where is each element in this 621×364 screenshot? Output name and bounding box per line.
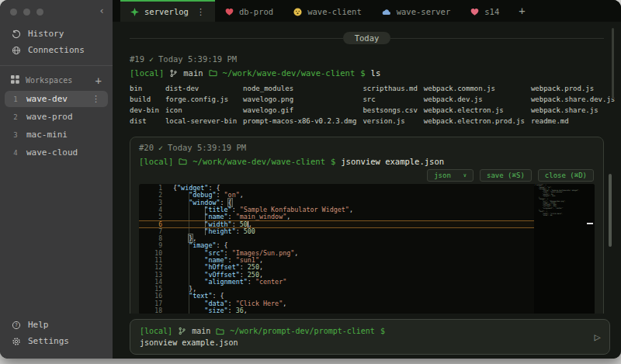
close-button[interactable]: close (⌘D) — [538, 169, 594, 182]
line-number: 17 — [139, 300, 162, 307]
remote-host: [local] — [139, 156, 173, 167]
zoom-window-button[interactable] — [36, 9, 43, 16]
prompt-line: [local] ~/work/wave-dev/wave-client $ js… — [139, 156, 595, 167]
block-timestamp: Today 5:39:19 PM — [168, 143, 246, 153]
svg-text:?: ? — [15, 322, 18, 328]
command-text: ls — [371, 68, 381, 78]
code-token: "size" — [204, 307, 227, 314]
workspace-label: wave-dev — [26, 94, 68, 104]
input-prompt-line: [local] main ~/work/prompt-dev/prompt-cl… — [140, 326, 583, 336]
command-text: jsonview example.json — [341, 156, 444, 167]
tab-db-prod[interactable]: db-prod — [215, 0, 283, 22]
main-area: serverlog⋮db-prodwave-clientwave-servers… — [113, 0, 621, 359]
git-branch-icon — [178, 327, 186, 335]
file-name: node_modules — [243, 83, 356, 94]
json-code-editor[interactable]: 1{"widget": {2 "debug": "on",3 "window":… — [139, 184, 595, 314]
code-line-18: 18 "size": 36, — [139, 307, 534, 314]
close-window-button[interactable] — [10, 9, 17, 16]
tab-label: s14 — [484, 7, 499, 16]
tab-wave-client[interactable]: wave-client — [283, 0, 372, 22]
tab-serverlog[interactable]: serverlog⋮ — [120, 0, 215, 22]
add-workspace-button[interactable]: + — [95, 77, 102, 85]
ls-output: binbuilddev-bindistdist-devforge.config.… — [130, 83, 616, 127]
main-scrollbar-thumb[interactable] — [612, 28, 614, 99]
sidebar-item-help[interactable]: ? Help — [0, 317, 113, 333]
code-token: , — [244, 307, 248, 314]
tab-menu-icon[interactable]: ⋮ — [196, 7, 205, 17]
minimize-window-button[interactable] — [23, 9, 30, 16]
git-branch-name: main — [183, 68, 203, 78]
sidebar-item-wave-dev[interactable]: 1wave-dev⋮ — [5, 91, 108, 107]
line-number: 2 — [139, 192, 162, 199]
command-block-19[interactable]: #19 ✓ Today 5:39:19 PM [local] main — [130, 54, 616, 127]
workspace-menu-icon[interactable]: ⋮ — [92, 94, 100, 104]
block-meta: #19 ✓ Today 5:39:19 PM — [130, 54, 616, 64]
tab-label: wave-client — [307, 7, 362, 16]
code-token: , — [294, 249, 298, 257]
tab-label: serverlog — [144, 7, 189, 16]
today-pill: Today — [343, 32, 391, 44]
code-line-14: 14 "alignment": "center" — [139, 279, 534, 286]
command-block-20-selected[interactable]: #20 ✓ Today 5:39:19 PM [local] ~/work/wa… — [130, 137, 604, 314]
history-icon — [11, 29, 21, 39]
mode-select-dropdown[interactable]: json ∨ — [427, 169, 474, 182]
tab-s14[interactable]: s14 — [460, 0, 509, 22]
file-name: forge.config.js — [165, 94, 237, 105]
new-tab-button[interactable]: + — [509, 5, 534, 17]
code-token: : — [228, 213, 236, 220]
tabs: serverlog⋮db-prodwave-clientwave-servers… — [120, 0, 509, 22]
file-name: bin — [130, 83, 159, 94]
sidebar-item-settings[interactable]: Settings — [0, 333, 113, 349]
line-number: 1 — [139, 185, 162, 192]
tab-bar: serverlog⋮db-prodwave-clientwave-servers… — [113, 0, 621, 22]
divider-line — [130, 38, 343, 39]
sidebar-item-connections[interactable]: Connections — [0, 42, 113, 58]
tab-label: wave-server — [397, 7, 451, 16]
folder-icon — [179, 158, 187, 165]
line-number: 11 — [139, 257, 162, 264]
file-name: local-serever-bin — [165, 116, 237, 127]
minimap[interactable]: {"widget": { "debug": "on", "window": { … — [534, 184, 585, 314]
code-token: , — [283, 300, 286, 307]
sidebar-item-wave-cloud[interactable]: 4wave-cloud — [5, 144, 108, 161]
code-token — [173, 307, 204, 314]
command-input-box[interactable]: [local] main ~/work/prompt-dev/prompt-cl… — [130, 319, 610, 355]
workspace-index: 2 — [12, 113, 19, 121]
ls-column: binbuilddev-bindist — [130, 83, 159, 127]
workspace-label: wave-prod — [26, 112, 73, 122]
send-command-icon[interactable]: ▷ — [595, 331, 601, 343]
success-check-icon: ✓ — [149, 54, 154, 64]
command-input-value[interactable]: jsonview example.json — [140, 338, 583, 348]
collapse-sidebar-icon[interactable]: ‹ — [99, 5, 105, 16]
line-number: 12 — [139, 264, 162, 271]
workspace-label: mac-mini — [26, 130, 68, 140]
file-name: version.js — [363, 116, 417, 127]
workspace-label: wave-cloud — [26, 147, 78, 158]
app-window: ‹ History Connections — [0, 0, 621, 359]
sidebar-item-wave-prod[interactable]: 2wave-prod — [5, 109, 108, 125]
file-name: webpack.share.dev.js — [531, 94, 615, 105]
tab-wave-server[interactable]: wave-server — [372, 0, 461, 22]
sidebar-divider — [0, 65, 113, 66]
file-name: dist-dev — [165, 83, 237, 94]
sidebar-item-history[interactable]: History — [0, 26, 113, 42]
sidebar-item-mac-mini[interactable]: 3mac-mini — [5, 127, 108, 143]
file-name: webpack.common.js — [424, 83, 525, 94]
file-name: webpack.dev.js — [424, 94, 525, 105]
code-area: 1{"widget": {2 "debug": "on",3 "window":… — [139, 185, 534, 314]
success-check-icon: ✓ — [158, 143, 163, 153]
save-button[interactable]: save (⌘S) — [480, 169, 532, 182]
git-branch-icon — [169, 69, 178, 78]
sparkle-icon — [130, 8, 139, 16]
ls-column: scripthaus.mdsrcbestsongs.csvversion.js — [363, 83, 417, 127]
code-token — [173, 213, 204, 220]
file-name: icon — [165, 105, 237, 116]
line-number: 13 — [139, 272, 162, 279]
editor-scrollbar-thumb[interactable] — [609, 174, 612, 247]
divider-line — [390, 38, 604, 39]
ls-column: webpack.prod.jswebpack.share.dev.jswebpa… — [531, 83, 615, 127]
terminal-history: Today #19 ✓ Today 5:39:19 PM [local] — [113, 22, 621, 314]
block-number: #19 — [130, 54, 144, 64]
code-token: : — [236, 227, 244, 235]
prompt-symbol: $ — [360, 68, 365, 78]
